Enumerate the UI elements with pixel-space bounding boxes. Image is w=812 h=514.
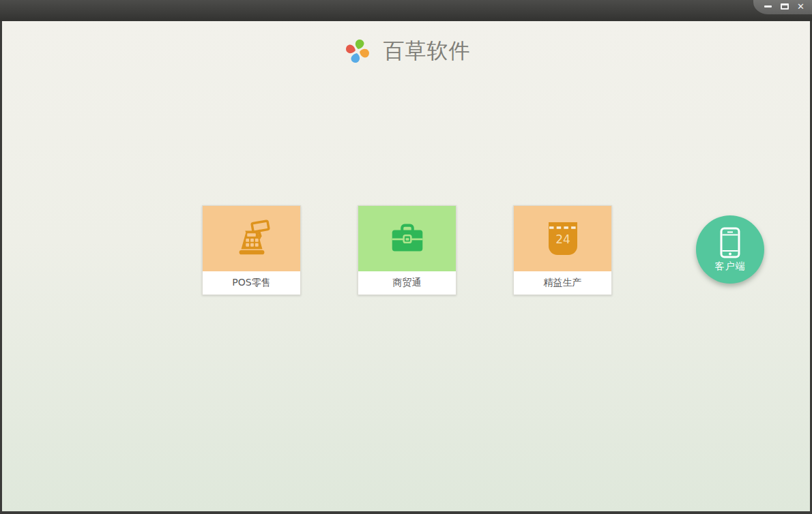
maximize-button[interactable] [779, 1, 789, 12]
product-card-trade[interactable]: 商贸通 [358, 205, 456, 295]
product-card-lean[interactable]: 24 精益生产 [513, 205, 612, 295]
titlebar: ✕ [0, 0, 812, 21]
app-window: ✕ 百草软件 [0, 0, 812, 514]
main-content: 百草软件 [2, 21, 810, 511]
product-label-pos: POS零售 [203, 271, 300, 294]
page-title: 百草软件 [383, 37, 471, 65]
calendar-day-number: 24 [555, 232, 570, 246]
product-tile-trade [358, 206, 456, 271]
product-tile-lean: 24 [514, 206, 611, 271]
app-logo: 百草软件 [2, 36, 810, 66]
smartphone-icon [720, 227, 740, 258]
minimize-button[interactable] [763, 1, 773, 12]
product-label-trade: 商贸通 [358, 271, 456, 294]
product-tile-pos [203, 206, 300, 271]
pinwheel-logo-icon [342, 36, 373, 66]
product-label-lean: 精益生产 [514, 271, 611, 294]
cash-register-icon [231, 220, 273, 258]
calendar-icon: 24 [547, 221, 579, 256]
product-card-pos[interactable]: POS零售 [202, 205, 301, 295]
briefcase-icon [386, 221, 429, 256]
close-button[interactable]: ✕ [796, 1, 806, 12]
client-button[interactable]: 客户端 [696, 215, 764, 284]
minimize-icon [764, 5, 772, 7]
window-controls: ✕ [753, 0, 812, 14]
client-button-label: 客户端 [715, 260, 746, 273]
maximize-icon [781, 3, 789, 10]
close-icon: ✕ [797, 2, 804, 11]
